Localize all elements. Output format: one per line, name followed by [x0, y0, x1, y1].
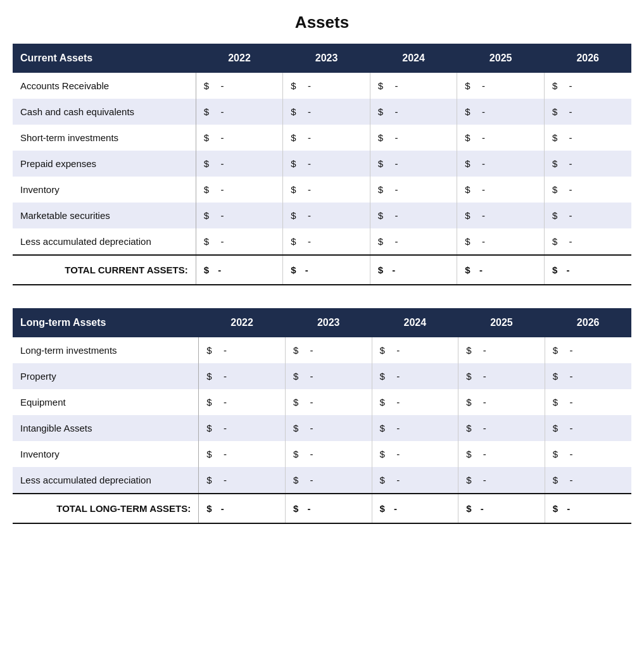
row-value: $ -: [199, 363, 286, 389]
dollar-sign: $: [465, 265, 470, 275]
dollar-sign: $: [553, 503, 558, 514]
dollar-sign: $: [204, 106, 209, 117]
row-value: $ -: [545, 363, 631, 389]
row-value: $ -: [545, 389, 631, 415]
row-value: $ -: [457, 228, 545, 255]
dash-value: -: [391, 397, 400, 408]
row-value: $ -: [372, 467, 458, 494]
row-value: $ -: [199, 389, 286, 415]
table-row: Accounts Receivable$ -$ -$ -$ -$ -: [13, 73, 631, 99]
dollar-sign: $: [204, 236, 209, 247]
row-value: $ -: [196, 73, 283, 99]
row-value: $ -: [458, 467, 545, 494]
long-term-assets-total-2023: $ -: [285, 494, 372, 523]
row-value: $ -: [545, 441, 631, 467]
dollar-sign: $: [380, 503, 385, 514]
row-value: $ -: [199, 337, 286, 363]
dash-value: -: [477, 210, 485, 221]
row-value: $ -: [458, 441, 545, 467]
row-value: $ -: [457, 202, 545, 228]
dollar-sign: $: [291, 158, 296, 169]
dollar-sign: $: [378, 265, 383, 275]
row-value: $ -: [544, 73, 631, 99]
dollar-sign: $: [553, 475, 558, 485]
dash-value: -: [215, 210, 224, 221]
long-term-assets-total-label: TOTAL LONG-TERM ASSETS:: [13, 494, 199, 523]
row-value: $ -: [285, 337, 372, 363]
row-value: $ -: [285, 415, 372, 441]
dollar-sign: $: [552, 265, 557, 275]
dash-value: -: [303, 106, 311, 117]
dash-value: -: [564, 132, 572, 143]
dollar-sign: $: [378, 184, 383, 195]
dash-value: -: [564, 371, 572, 382]
dash-value: -: [389, 80, 398, 91]
dollar-sign: $: [465, 80, 470, 91]
long-term-assets-total-2026: $ -: [545, 494, 631, 523]
dash-value: -: [305, 371, 313, 382]
dollar-sign: $: [466, 475, 471, 485]
row-value: $ -: [283, 151, 370, 177]
dash-value: -: [305, 265, 308, 275]
dollar-sign: $: [291, 132, 296, 143]
row-value: $ -: [544, 99, 631, 125]
table-row: Intangible Assets$ -$ -$ -$ -$ -: [13, 415, 631, 441]
table-row: Less accumulated depreciation$ -$ -$ -$ …: [13, 228, 631, 255]
current-assets-total-row: TOTAL CURRENT ASSETS: $ - $ - $ - $: [13, 255, 631, 285]
dash-value: -: [481, 503, 484, 514]
table-row: Inventory$ -$ -$ -$ -$ -: [13, 177, 631, 202]
current-assets-total-2024: $ -: [370, 255, 457, 285]
dollar-sign: $: [378, 106, 383, 117]
row-value: $ -: [285, 363, 372, 389]
row-value: $ -: [544, 228, 631, 255]
row-value: $ -: [545, 467, 631, 494]
dash-value: -: [221, 503, 224, 514]
dash-value: -: [478, 449, 486, 459]
row-label: Inventory: [13, 177, 196, 202]
row-label: Cash and cash equivalents: [13, 99, 196, 125]
row-label: Intangible Assets: [13, 415, 199, 441]
dash-value: -: [215, 158, 224, 169]
row-value: $ -: [196, 228, 283, 255]
dollar-sign: $: [552, 80, 557, 91]
row-value: $ -: [544, 151, 631, 177]
dollar-sign: $: [553, 449, 558, 459]
dollar-sign: $: [553, 397, 558, 408]
dollar-sign: $: [291, 80, 296, 91]
row-value: $ -: [285, 441, 372, 467]
current-assets-table: Current Assets 2022 2023 2024 2025 2026 …: [13, 44, 631, 285]
page-title: Assets: [13, 13, 631, 32]
dash-value: -: [303, 132, 311, 143]
dash-value: -: [389, 158, 398, 169]
dash-value: -: [478, 371, 486, 382]
dollar-sign: $: [291, 210, 296, 221]
dollar-sign: $: [380, 371, 385, 382]
dollar-sign: $: [465, 236, 470, 247]
dash-value: -: [218, 265, 221, 275]
row-value: $ -: [372, 415, 458, 441]
dollar-sign: $: [206, 345, 212, 356]
dollar-sign: $: [293, 503, 298, 514]
table-row: Cash and cash equivalents$ -$ -$ -$ -$ -: [13, 99, 631, 125]
dollar-sign: $: [552, 132, 557, 143]
dollar-sign: $: [204, 80, 209, 91]
dollar-sign: $: [291, 184, 296, 195]
dollar-sign: $: [552, 236, 557, 247]
dash-value: -: [389, 132, 398, 143]
long-term-assets-total-row: TOTAL LONG-TERM ASSETS: $ - $ - $ - $: [13, 494, 631, 523]
dollar-sign: $: [204, 132, 209, 143]
dash-value: -: [392, 265, 395, 275]
long-term-assets-total-2025: $ -: [458, 494, 545, 523]
current-assets-year-2025: 2025: [457, 44, 545, 73]
row-label: Prepaid expenses: [13, 151, 196, 177]
dash-value: -: [564, 158, 572, 169]
current-assets-year-2024: 2024: [370, 44, 457, 73]
dash-value: -: [391, 345, 400, 356]
dash-value: -: [218, 397, 227, 408]
dash-value: -: [303, 184, 311, 195]
dash-value: -: [478, 475, 486, 485]
row-label: Short-term investments: [13, 125, 196, 151]
dash-value: -: [477, 184, 485, 195]
dash-value: -: [215, 132, 224, 143]
dollar-sign: $: [378, 80, 383, 91]
